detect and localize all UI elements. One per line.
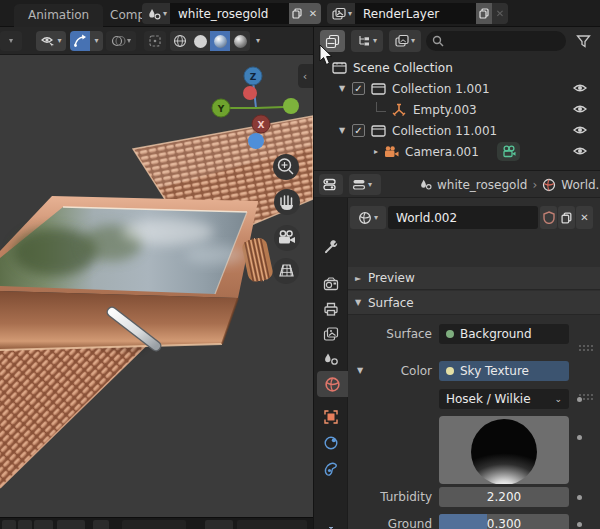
outliner-display-mode-dropdown[interactable]: ▾ [351,30,383,52]
world-copy-button[interactable] [558,206,575,229]
shading-rendered-button[interactable] [230,31,250,51]
world-unlink-button[interactable]: ✕ [576,206,593,229]
animate-dot[interactable] [577,522,582,527]
breadcrumb-world[interactable]: World. [561,178,599,192]
tab-physics[interactable] [317,430,345,456]
filter-funnel-icon[interactable] [576,34,591,48]
expand-triangle-icon[interactable]: ▼ [336,84,348,93]
outliner-row-empty-003[interactable]: Empty.003 [314,99,600,120]
view-layer-icon [332,7,346,21]
camera-view-button[interactable] [274,225,300,251]
outliner-search[interactable] [426,31,566,51]
overlays-icon [111,34,126,48]
tab-constraints[interactable] [317,456,345,482]
outliner-editor-type-button[interactable] [320,30,345,52]
viewlayer-new-button[interactable] [476,3,492,24]
shading-material-button[interactable] [210,31,230,51]
timeline-field[interactable] [237,520,307,529]
outliner-row-camera-001[interactable]: ▸ Camera.001 [314,141,600,162]
turbidity-label: Turbidity [348,487,432,507]
tab-view-layer[interactable] [317,321,345,347]
camera-data-badge[interactable] [497,142,520,161]
panel-surface[interactable]: ▼ Surface [348,291,600,315]
zoom-tool-button[interactable] [273,154,299,180]
scene-browse-button[interactable]: ▾ [142,3,170,24]
scene-name: white_rosegold [178,7,268,21]
tab-output[interactable] [317,296,345,322]
timeline-button[interactable] [93,520,109,529]
expand-triangle-icon[interactable]: ▸ [370,147,382,156]
hide-eye-icon[interactable] [572,102,588,116]
xray-toggle[interactable] [144,31,166,51]
eye-cursor-icon [40,34,56,48]
gizmo-axis-minus-x[interactable] [243,86,257,100]
timeline-field[interactable] [122,520,186,529]
world-browse-button[interactable]: ▾ [350,206,386,229]
sidebar-toggle-tab[interactable]: ‹ [298,64,313,88]
sky-model-value: Hosek / Wilkie [446,392,531,406]
timeline-button[interactable] [205,520,233,529]
pan-hand-button[interactable] [274,189,300,215]
scene-unlink-button[interactable]: ✕ [305,3,321,24]
tab-object-data[interactable] [317,520,345,529]
outliner-row-collection-11[interactable]: ▼ ✓ Collection 11.001 [314,120,600,141]
shading-solid-button[interactable] [190,31,210,51]
show-gizmo-toggle[interactable] [70,31,90,51]
collection-checkbox[interactable]: ✓ [352,124,365,137]
gizmo-axis-minus-z[interactable] [248,133,264,149]
animate-dot[interactable] [577,397,582,402]
panel-title: Preview [368,271,415,285]
wireframe-sphere-icon [173,34,187,48]
workspace-tab-animation[interactable]: Animation [14,4,103,27]
shading-dropdown[interactable]: ▾ [251,31,265,51]
timeline-button[interactable] [34,520,53,529]
surface-shader-button[interactable]: Background [439,324,569,344]
ground-albedo-slider[interactable]: 0.300 [439,514,569,529]
gizmo-axis-minus-y[interactable] [283,98,299,114]
tab-scene[interactable] [317,346,345,372]
hide-eye-icon[interactable] [572,123,588,137]
hide-eye-icon[interactable] [572,81,588,95]
fake-user-button[interactable] [540,206,557,229]
scene-new-button[interactable] [289,3,305,24]
gizmo-dropdown[interactable]: ▾ [90,31,103,51]
chevron-down-icon: ▾ [57,37,61,45]
show-overlays-toggle[interactable]: ▾ [106,31,136,51]
viewport-canvas[interactable]: Z Y X [0,55,313,517]
sky-model-dropdown[interactable]: Hosek / Wilkie ⌄ [439,389,569,409]
tab-world-active[interactable] [317,371,348,397]
color-texture-button[interactable]: Sky Texture [439,361,569,381]
outliner-search-input[interactable] [448,35,548,47]
mode-dropdown-partial[interactable]: ▾ [0,31,22,51]
shading-wireframe-button[interactable] [170,31,190,51]
animate-dot[interactable] [577,435,582,440]
viewlayer-remove-button[interactable]: ✕ [492,3,508,24]
tab-render[interactable] [317,271,345,297]
timeline-button[interactable] [57,520,85,529]
expand-triangle-icon[interactable]: ▼ [336,126,348,135]
panel-preview[interactable]: ► Preview [348,267,600,290]
outliner-row-scene-collection[interactable]: Scene Collection [314,57,600,78]
viewlayer-name-field[interactable]: RenderLayer [355,3,476,24]
timeline-button[interactable] [2,520,16,529]
timeline-button[interactable] [18,520,32,529]
properties-display-dropdown[interactable]: ▾ [349,174,381,195]
tab-object[interactable] [317,404,345,430]
breadcrumb-scene[interactable]: white_rosegold [437,178,527,192]
hide-eye-icon[interactable] [572,144,588,158]
panel-grip-dots[interactable] [578,344,594,351]
solid-sphere-icon [194,35,207,48]
animate-dot[interactable] [577,495,582,500]
collection-checkbox[interactable]: ✓ [352,82,365,95]
outliner-filter-dropdown[interactable]: ▾ [389,30,421,52]
perspective-grid-button[interactable] [273,258,299,284]
object-visibility-dropdown[interactable]: ▾ [36,31,66,51]
properties-editor-type-button[interactable] [319,174,343,195]
tab-tool[interactable] [317,234,345,260]
world-name-field[interactable]: World.002 [388,206,538,229]
viewlayer-browse-button[interactable]: ▾ [327,3,355,24]
outliner-row-collection-1[interactable]: ▼ ✓ Collection 1.001 [314,78,600,99]
world-icon [542,178,556,192]
turbidity-slider[interactable]: 2.200 [439,487,569,507]
scene-name-field[interactable]: white_rosegold [170,3,289,24]
